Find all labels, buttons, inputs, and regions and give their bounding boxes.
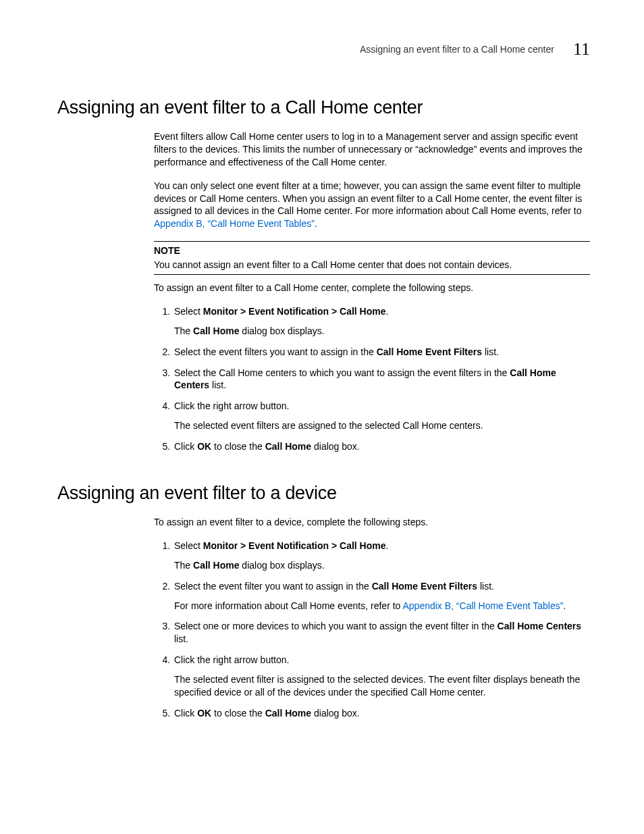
text: . [386, 306, 389, 317]
paragraph: To assign an event filter to a Call Home… [154, 282, 590, 294]
step-item: Click OK to close the Call Home dialog b… [173, 440, 590, 453]
paragraph: You can only select one event filter at … [154, 180, 590, 231]
text: Click [174, 708, 197, 719]
ui-element: Call Home [265, 441, 311, 452]
note-label: NOTE [154, 244, 590, 257]
text: Select the Call Home centers to which yo… [174, 367, 510, 378]
step-item: Click the right arrow button. The select… [173, 400, 590, 432]
text: Select one or more devices to which you … [174, 621, 498, 631]
running-header-title: Assigning an event filter to a Call Home… [360, 44, 554, 55]
ui-element: Call Home Centers [498, 621, 581, 631]
text: The [174, 325, 193, 336]
text: Click the right arrow button. [174, 654, 289, 665]
ordered-steps: Select Monitor > Event Notification > Ca… [154, 540, 590, 720]
ui-path: Monitor > Event Notification > Call Home [203, 306, 386, 317]
step-item: Select the Call Home centers to which yo… [173, 367, 590, 392]
section-1-body: Event filters allow Call Home center use… [154, 130, 590, 453]
step-item: Select Monitor > Event Notification > Ca… [173, 540, 590, 572]
text: Select [174, 306, 203, 317]
step-item: Select Monitor > Event Notification > Ca… [173, 305, 590, 338]
step-substep: The selected event filter is assigned to… [174, 673, 590, 699]
step-substep: For more information about Call Home eve… [174, 600, 590, 613]
text: For more information about Call Home eve… [174, 600, 402, 611]
page-header: Assigning an event filter to a Call Home… [57, 39, 590, 59]
step-substep: The Call Home dialog box displays. [174, 559, 590, 572]
chapter-number: 11 [573, 39, 590, 59]
step-item: Click the right arrow button. The select… [173, 654, 590, 699]
ui-path: Monitor > Event Notification > Call Home [203, 540, 386, 551]
step-item: Select the event filters you want to ass… [173, 346, 590, 359]
text: . [563, 600, 566, 611]
ui-button-label: OK [197, 708, 211, 719]
text: . [386, 540, 389, 551]
note-rule-top [154, 241, 590, 242]
text: Select the event filters you want to ass… [174, 346, 377, 357]
text: to close the [211, 708, 265, 719]
note-rule-bottom [154, 274, 590, 275]
step-item: Select the event filter you want to assi… [173, 580, 590, 613]
text: to close the [211, 441, 265, 452]
section-2-body: To assign an event filter to a device, c… [154, 516, 590, 720]
text: dialog box. [311, 441, 360, 452]
text: list. [482, 346, 499, 357]
text: list. [174, 633, 188, 644]
ordered-steps: Select Monitor > Event Notification > Ca… [154, 305, 590, 453]
text: The [174, 560, 193, 571]
cross-reference-link[interactable]: Appendix B, “Call Home Event Tables” [402, 600, 563, 611]
text: Select the event filter you want to assi… [174, 581, 372, 592]
section-heading-2: Assigning an event filter to a device [57, 483, 590, 504]
text: Click [174, 441, 197, 452]
text: dialog box displays. [239, 560, 324, 571]
paragraph: Event filters allow Call Home center use… [154, 130, 590, 169]
section-heading-1: Assigning an event filter to a Call Home… [57, 97, 590, 118]
cross-reference-link[interactable]: Appendix B, “Call Home Event Tables” [154, 218, 315, 229]
text: list. [209, 380, 226, 390]
ui-element: Call Home [193, 325, 239, 336]
note-body: You cannot assign an event filter to a C… [154, 259, 590, 271]
step-item: Click OK to close the Call Home dialog b… [173, 707, 590, 720]
ui-element: Call Home Event Filters [377, 346, 482, 357]
text: Select [174, 540, 203, 551]
text: You can only select one event filter at … [154, 180, 582, 217]
page: Assigning an event filter to a Call Home… [0, 0, 644, 720]
text: . [315, 218, 317, 229]
step-item: Select one or more devices to which you … [173, 620, 590, 646]
text: Click the right arrow button. [174, 400, 289, 411]
ui-element: Call Home [265, 708, 311, 719]
paragraph: To assign an event filter to a device, c… [154, 516, 590, 529]
ui-element: Call Home [193, 560, 239, 571]
ui-button-label: OK [197, 441, 211, 452]
text: dialog box displays. [239, 325, 324, 336]
ui-element: Call Home Event Filters [372, 581, 477, 592]
text: list. [477, 581, 494, 592]
text: dialog box. [311, 708, 360, 719]
step-substep: The Call Home dialog box displays. [174, 325, 590, 338]
step-substep: The selected event filters are assigned … [174, 419, 590, 432]
